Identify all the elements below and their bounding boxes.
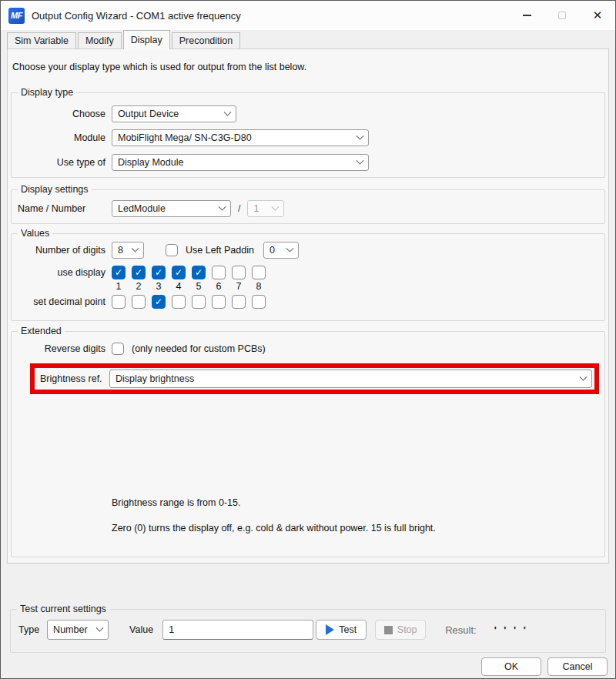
minimize-button[interactable] (509, 1, 544, 30)
digit-checkbox[interactable] (212, 295, 226, 309)
maximize-icon (558, 12, 566, 19)
test-type-value: Number (53, 624, 92, 635)
digit-checkbox[interactable] (232, 266, 246, 279)
type-label: Type (18, 624, 39, 635)
close-button[interactable] (580, 1, 615, 30)
brightness-info-line2: Zero (0) turns the display off, e.g. col… (112, 523, 604, 534)
mobiflight-logo-icon: MF (8, 8, 25, 24)
digit-checkbox[interactable] (112, 266, 126, 279)
digit-checkbox[interactable] (112, 295, 126, 309)
digit-checkbox[interactable] (172, 266, 186, 279)
maximize-button (544, 1, 580, 30)
value-label: Value (129, 624, 153, 635)
group-legend: Display type (18, 87, 76, 98)
reverse-digits-checkbox[interactable] (112, 343, 124, 355)
test-button-label: Test (339, 624, 357, 635)
group-legend: Test current settings (17, 604, 109, 614)
display-type-value: Output Device (118, 109, 220, 119)
display-settings-group: Display settings Name / Number LedModule… (11, 189, 605, 224)
window-title: Output Config Wizard - COM1 active frequ… (32, 10, 509, 22)
name-number-label: Name / Number (12, 203, 105, 214)
cancel-button[interactable]: Cancel (547, 657, 608, 676)
decimal-point-checkboxes (112, 295, 266, 309)
tab-display[interactable]: Display (123, 30, 170, 49)
result-label: Result: (445, 624, 476, 636)
test-settings-group: Test current settings Type Number Value … (10, 609, 606, 653)
title-bar: MF Output Config Wizard - COM1 active fr… (1, 1, 615, 30)
ok-button[interactable]: OK (481, 657, 541, 676)
digit-checkbox[interactable] (132, 266, 146, 279)
chevron-down-icon (219, 202, 226, 210)
tab-precondition[interactable]: Precondition (172, 32, 241, 48)
use-left-padding-checkbox[interactable] (166, 244, 178, 256)
play-icon (326, 624, 334, 635)
use-left-padding-label: Use Left Paddin (186, 245, 254, 256)
page-description: Choose your display type which is used f… (12, 62, 608, 72)
stop-button-label: Stop (397, 624, 417, 635)
group-legend: Extended (18, 326, 65, 336)
digit-checkbox[interactable] (192, 266, 206, 279)
digit-number-label: 7 (232, 281, 246, 292)
dialog-footer: OK Cancel (481, 657, 608, 676)
display-type-select[interactable]: Output Device (112, 105, 236, 122)
extended-group: Extended Reverse digits (only needed for… (11, 331, 605, 557)
chevron-down-icon (357, 132, 364, 139)
brightness-ref-value: Display brightness (116, 373, 576, 384)
number-of-digits-label: Number of digits (12, 245, 105, 256)
module-label: Module (12, 132, 105, 143)
choose-label: Choose (12, 109, 105, 119)
test-button[interactable]: Test (316, 620, 367, 640)
stop-icon (384, 626, 393, 634)
tab-modify[interactable]: Modify (78, 32, 122, 48)
digit-number-label: 4 (172, 281, 186, 292)
chevron-down-icon (272, 202, 280, 210)
window-controls (509, 1, 615, 30)
digit-checkbox[interactable] (232, 295, 246, 309)
use-type-value: Display Module (118, 157, 353, 168)
tab-sim-variable[interactable]: Sim Variable (7, 32, 76, 48)
digit-checkbox[interactable] (152, 295, 166, 309)
digit-numbers: 12345678 (112, 281, 604, 292)
tab-bar: Sim Variable Modify Display Precondition (1, 30, 615, 48)
separator-slash: / (238, 203, 240, 214)
digit-checkbox[interactable] (172, 295, 186, 309)
reverse-digits-label: Reverse digits (12, 343, 105, 354)
chevron-down-icon (96, 624, 104, 631)
test-value-input[interactable] (162, 620, 313, 640)
digit-number-label: 8 (252, 281, 266, 292)
digit-number-label: 1 (112, 281, 126, 292)
group-legend: Values (18, 228, 52, 239)
display-number-select: 1 (247, 200, 284, 217)
display-type-group: Display type Choose Output Device Module… (11, 92, 605, 178)
digit-checkbox[interactable] (252, 266, 266, 279)
chevron-down-icon (224, 108, 232, 115)
brightness-ref-label: Brightness ref. (40, 373, 109, 384)
values-group: Values Number of digits 8 Use Left Paddi… (11, 233, 605, 321)
chevron-down-icon (357, 156, 364, 164)
brightness-ref-select[interactable]: Display brightness (109, 370, 592, 388)
digit-checkbox[interactable] (252, 295, 266, 309)
close-icon (593, 8, 603, 22)
chevron-down-icon (286, 244, 294, 252)
digit-number-label: 2 (132, 281, 146, 292)
result-value: ' ' ' ' (494, 624, 528, 636)
use-display-label: use display (12, 267, 105, 278)
use-type-label: Use type of (12, 157, 105, 168)
test-type-select[interactable]: Number (47, 620, 109, 640)
left-padding-value: 0 (270, 245, 283, 256)
brightness-highlight-annotation: Brightness ref. Display brightness (30, 363, 599, 394)
number-of-digits-select[interactable]: 8 (112, 242, 144, 259)
stop-button: Stop (375, 620, 426, 640)
digit-number-label: 6 (212, 281, 226, 292)
display-number-value: 1 (253, 203, 268, 214)
digit-checkbox[interactable] (192, 295, 206, 309)
module-select[interactable]: MobiFlight Mega/ SN-C3G-D80 (112, 129, 369, 146)
digit-checkbox[interactable] (132, 295, 146, 309)
display-name-select[interactable]: LedModule (112, 200, 231, 217)
chevron-down-icon (580, 373, 588, 380)
digit-checkbox[interactable] (212, 266, 226, 279)
left-padding-select[interactable]: 0 (263, 242, 299, 259)
use-type-select[interactable]: Display Module (112, 154, 369, 171)
digit-checkbox[interactable] (152, 266, 166, 279)
digits-value: 8 (118, 245, 128, 256)
